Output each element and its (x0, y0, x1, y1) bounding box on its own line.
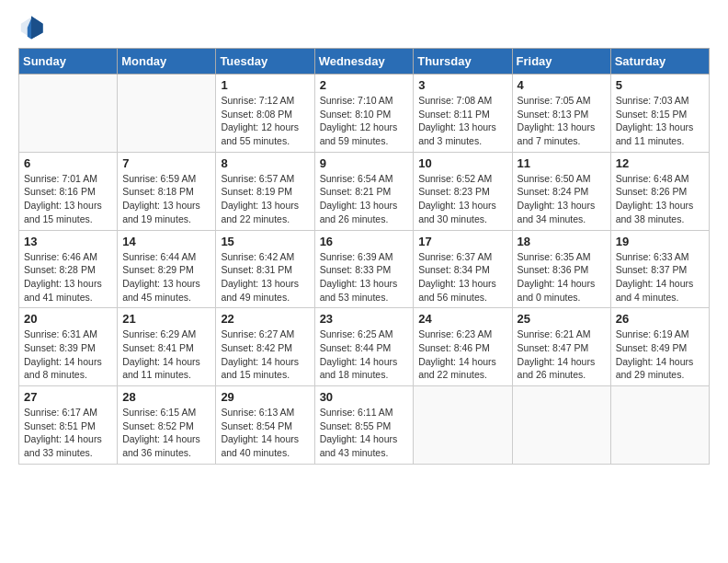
day-number: 8 (221, 156, 309, 170)
calendar-cell: 27Sunrise: 6:17 AMSunset: 8:51 PMDayligh… (19, 386, 118, 465)
calendar-week-5: 27Sunrise: 6:17 AMSunset: 8:51 PMDayligh… (19, 386, 710, 465)
calendar-cell: 30Sunrise: 6:11 AMSunset: 8:55 PMDayligh… (314, 386, 414, 465)
day-info: Sunrise: 6:17 AMSunset: 8:51 PMDaylight:… (24, 406, 112, 460)
day-number: 30 (320, 390, 409, 404)
day-info: Sunrise: 6:42 AMSunset: 8:31 PMDaylight:… (221, 250, 309, 304)
day-number: 21 (122, 312, 210, 326)
day-info: Sunrise: 6:31 AMSunset: 8:39 PMDaylight:… (24, 327, 112, 382)
day-number: 6 (24, 156, 112, 170)
column-header-friday: Friday (512, 49, 610, 75)
calendar-cell: 3Sunrise: 7:08 AMSunset: 8:11 PMDaylight… (414, 75, 512, 153)
day-number: 15 (221, 235, 309, 248)
day-number: 14 (122, 235, 210, 248)
calendar-cell: 29Sunrise: 6:13 AMSunset: 8:54 PMDayligh… (216, 386, 314, 465)
day-info: Sunrise: 7:01 AMSunset: 8:16 PMDaylight:… (24, 172, 112, 226)
day-info: Sunrise: 6:23 AMSunset: 8:46 PMDaylight:… (418, 327, 506, 382)
day-info: Sunrise: 6:48 AMSunset: 8:26 PMDaylight:… (616, 172, 704, 226)
calendar-cell (414, 386, 512, 465)
day-number: 10 (418, 156, 506, 170)
calendar-cell: 24Sunrise: 6:23 AMSunset: 8:46 PMDayligh… (414, 308, 512, 386)
day-info: Sunrise: 6:15 AMSunset: 8:52 PMDaylight:… (122, 406, 210, 460)
day-info: Sunrise: 6:57 AMSunset: 8:19 PMDaylight:… (221, 172, 309, 226)
day-info: Sunrise: 6:25 AMSunset: 8:44 PMDaylight:… (320, 327, 409, 382)
calendar-cell: 8Sunrise: 6:57 AMSunset: 8:19 PMDaylight… (216, 152, 314, 230)
calendar-cell: 1Sunrise: 7:12 AMSunset: 8:08 PMDaylight… (216, 75, 314, 153)
day-number: 17 (418, 235, 506, 248)
calendar-cell (118, 75, 216, 153)
day-info: Sunrise: 6:29 AMSunset: 8:41 PMDaylight:… (122, 327, 210, 382)
day-number: 29 (221, 390, 309, 404)
day-info: Sunrise: 6:39 AMSunset: 8:33 PMDaylight:… (320, 250, 409, 304)
calendar-week-4: 20Sunrise: 6:31 AMSunset: 8:39 PMDayligh… (19, 308, 710, 386)
day-number: 3 (418, 78, 506, 92)
calendar-table: SundayMondayTuesdayWednesdayThursdayFrid… (18, 48, 710, 465)
day-info: Sunrise: 6:52 AMSunset: 8:23 PMDaylight:… (418, 172, 506, 226)
calendar-cell: 10Sunrise: 6:52 AMSunset: 8:23 PMDayligh… (414, 152, 512, 230)
calendar-cell: 19Sunrise: 6:33 AMSunset: 8:37 PMDayligh… (610, 230, 709, 308)
day-number: 27 (24, 390, 112, 404)
calendar-cell: 4Sunrise: 7:05 AMSunset: 8:13 PMDaylight… (512, 75, 610, 153)
day-number: 11 (518, 156, 606, 170)
day-info: Sunrise: 6:44 AMSunset: 8:29 PMDaylight:… (122, 250, 210, 304)
calendar-cell: 6Sunrise: 7:01 AMSunset: 8:16 PMDaylight… (19, 152, 118, 230)
day-number: 7 (122, 156, 210, 170)
calendar-cell: 7Sunrise: 6:59 AMSunset: 8:18 PMDaylight… (118, 152, 216, 230)
calendar-cell: 28Sunrise: 6:15 AMSunset: 8:52 PMDayligh… (118, 386, 216, 465)
day-info: Sunrise: 7:05 AMSunset: 8:13 PMDaylight:… (518, 94, 606, 148)
calendar-cell: 25Sunrise: 6:21 AMSunset: 8:47 PMDayligh… (512, 308, 610, 386)
calendar-cell (512, 386, 610, 465)
day-info: Sunrise: 6:59 AMSunset: 8:18 PMDaylight:… (122, 172, 210, 226)
logo-icon (18, 15, 44, 40)
day-info: Sunrise: 6:13 AMSunset: 8:54 PMDaylight:… (221, 406, 309, 460)
day-info: Sunrise: 6:33 AMSunset: 8:37 PMDaylight:… (616, 250, 704, 304)
day-number: 5 (616, 78, 704, 92)
svg-marker-2 (31, 16, 43, 39)
calendar-cell: 11Sunrise: 6:50 AMSunset: 8:24 PMDayligh… (512, 152, 610, 230)
calendar-cell: 16Sunrise: 6:39 AMSunset: 8:33 PMDayligh… (314, 230, 414, 308)
calendar-cell: 14Sunrise: 6:44 AMSunset: 8:29 PMDayligh… (118, 230, 216, 308)
calendar-week-1: 1Sunrise: 7:12 AMSunset: 8:08 PMDaylight… (19, 75, 710, 153)
day-info: Sunrise: 6:46 AMSunset: 8:28 PMDaylight:… (24, 250, 112, 304)
calendar-cell: 13Sunrise: 6:46 AMSunset: 8:28 PMDayligh… (19, 230, 118, 308)
calendar-cell: 18Sunrise: 6:35 AMSunset: 8:36 PMDayligh… (512, 230, 610, 308)
calendar-cell: 5Sunrise: 7:03 AMSunset: 8:15 PMDaylight… (610, 75, 709, 153)
page-header (18, 15, 710, 40)
calendar-week-2: 6Sunrise: 7:01 AMSunset: 8:16 PMDaylight… (19, 152, 710, 230)
day-info: Sunrise: 7:03 AMSunset: 8:15 PMDaylight:… (616, 94, 704, 148)
calendar-cell (19, 75, 118, 153)
calendar-cell: 17Sunrise: 6:37 AMSunset: 8:34 PMDayligh… (414, 230, 512, 308)
day-number: 9 (320, 156, 409, 170)
day-info: Sunrise: 7:12 AMSunset: 8:08 PMDaylight:… (221, 94, 309, 148)
calendar-cell: 12Sunrise: 6:48 AMSunset: 8:26 PMDayligh… (610, 152, 709, 230)
day-number: 22 (221, 312, 309, 326)
day-info: Sunrise: 6:35 AMSunset: 8:36 PMDaylight:… (518, 250, 606, 304)
day-number: 1 (221, 78, 309, 92)
logo (18, 15, 48, 40)
day-info: Sunrise: 6:27 AMSunset: 8:42 PMDaylight:… (221, 327, 309, 382)
day-number: 2 (320, 78, 409, 92)
day-number: 25 (518, 312, 606, 326)
calendar-cell: 20Sunrise: 6:31 AMSunset: 8:39 PMDayligh… (19, 308, 118, 386)
day-number: 12 (616, 156, 704, 170)
column-header-tuesday: Tuesday (216, 49, 314, 75)
day-number: 13 (24, 235, 112, 248)
day-info: Sunrise: 7:10 AMSunset: 8:10 PMDaylight:… (320, 94, 409, 148)
day-number: 18 (518, 235, 606, 248)
calendar-cell: 21Sunrise: 6:29 AMSunset: 8:41 PMDayligh… (118, 308, 216, 386)
day-number: 23 (320, 312, 409, 326)
calendar-cell: 15Sunrise: 6:42 AMSunset: 8:31 PMDayligh… (216, 230, 314, 308)
column-header-sunday: Sunday (19, 49, 118, 75)
day-number: 4 (518, 78, 606, 92)
calendar-cell: 23Sunrise: 6:25 AMSunset: 8:44 PMDayligh… (314, 308, 414, 386)
day-info: Sunrise: 6:21 AMSunset: 8:47 PMDaylight:… (518, 327, 606, 382)
column-header-thursday: Thursday (414, 49, 512, 75)
day-info: Sunrise: 6:19 AMSunset: 8:49 PMDaylight:… (616, 327, 704, 382)
day-info: Sunrise: 6:11 AMSunset: 8:55 PMDaylight:… (320, 406, 409, 460)
calendar-cell: 22Sunrise: 6:27 AMSunset: 8:42 PMDayligh… (216, 308, 314, 386)
calendar-cell: 9Sunrise: 6:54 AMSunset: 8:21 PMDaylight… (314, 152, 414, 230)
day-number: 20 (24, 312, 112, 326)
day-number: 26 (616, 312, 704, 326)
column-header-saturday: Saturday (610, 49, 709, 75)
column-header-wednesday: Wednesday (314, 49, 414, 75)
day-info: Sunrise: 6:50 AMSunset: 8:24 PMDaylight:… (518, 172, 606, 226)
